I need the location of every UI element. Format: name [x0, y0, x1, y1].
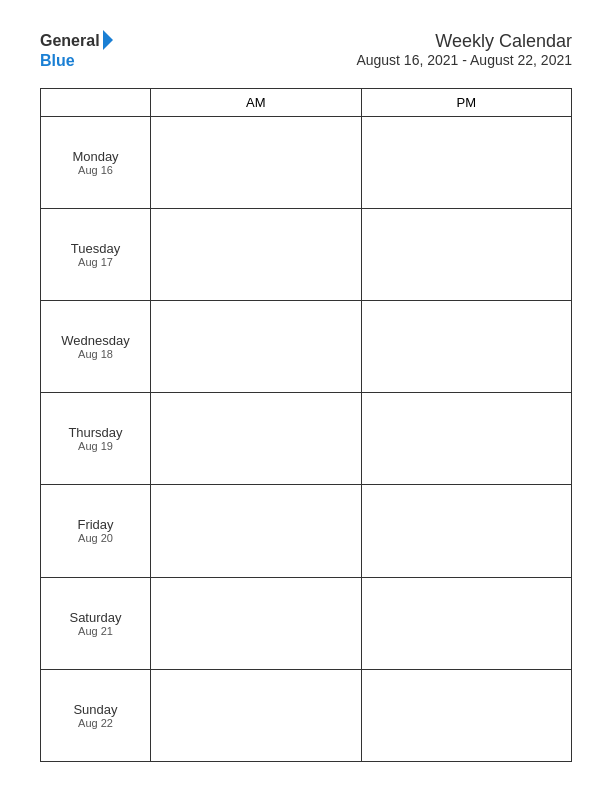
header-title: Weekly Calendar August 16, 2021 - August… [356, 31, 572, 68]
day-date: Aug 20 [45, 532, 146, 544]
day-date: Aug 22 [45, 717, 146, 729]
day-name: Sunday [45, 702, 146, 717]
day-name: Monday [45, 149, 146, 164]
pm-cell[interactable] [361, 300, 572, 392]
day-date: Aug 19 [45, 440, 146, 452]
day-cell: FridayAug 20 [41, 485, 151, 577]
logo-text-blue: Blue [40, 52, 113, 70]
am-cell[interactable] [151, 116, 362, 208]
logo-row: General [40, 30, 113, 52]
day-cell: WednesdayAug 18 [41, 300, 151, 392]
am-cell[interactable] [151, 577, 362, 669]
am-cell[interactable] [151, 393, 362, 485]
pm-cell[interactable] [361, 208, 572, 300]
day-name: Wednesday [45, 333, 146, 348]
day-date: Aug 16 [45, 164, 146, 176]
am-cell[interactable] [151, 208, 362, 300]
day-cell: SaturdayAug 21 [41, 577, 151, 669]
day-cell: TuesdayAug 17 [41, 208, 151, 300]
pm-cell[interactable] [361, 116, 572, 208]
am-cell[interactable] [151, 300, 362, 392]
logo-triangle-icon [103, 30, 113, 50]
header: General Blue Weekly Calendar August 16, … [40, 30, 572, 70]
calendar-table: AM PM MondayAug 16TuesdayAug 17Wednesday… [40, 88, 572, 762]
col-header-pm: PM [361, 88, 572, 116]
day-name: Saturday [45, 610, 146, 625]
table-row: FridayAug 20 [41, 485, 572, 577]
col-header-am: AM [151, 88, 362, 116]
calendar-title: Weekly Calendar [356, 31, 572, 52]
pm-cell[interactable] [361, 393, 572, 485]
logo: General Blue [40, 30, 113, 70]
day-cell: ThursdayAug 19 [41, 393, 151, 485]
day-name: Tuesday [45, 241, 146, 256]
day-date: Aug 18 [45, 348, 146, 360]
table-row: TuesdayAug 17 [41, 208, 572, 300]
calendar-subtitle: August 16, 2021 - August 22, 2021 [356, 52, 572, 68]
pm-cell[interactable] [361, 577, 572, 669]
am-cell[interactable] [151, 485, 362, 577]
table-row: MondayAug 16 [41, 116, 572, 208]
table-row: WednesdayAug 18 [41, 300, 572, 392]
day-name: Friday [45, 517, 146, 532]
logo-text-general: General [40, 32, 100, 50]
day-cell: SundayAug 22 [41, 669, 151, 761]
day-date: Aug 21 [45, 625, 146, 637]
pm-cell[interactable] [361, 485, 572, 577]
col-header-day [41, 88, 151, 116]
day-date: Aug 17 [45, 256, 146, 268]
table-row: ThursdayAug 19 [41, 393, 572, 485]
page: General Blue Weekly Calendar August 16, … [0, 0, 612, 792]
table-header-row: AM PM [41, 88, 572, 116]
day-name: Thursday [45, 425, 146, 440]
pm-cell[interactable] [361, 669, 572, 761]
day-cell: MondayAug 16 [41, 116, 151, 208]
am-cell[interactable] [151, 669, 362, 761]
logo-wrapper: General Blue [40, 30, 113, 70]
table-row: SaturdayAug 21 [41, 577, 572, 669]
table-row: SundayAug 22 [41, 669, 572, 761]
